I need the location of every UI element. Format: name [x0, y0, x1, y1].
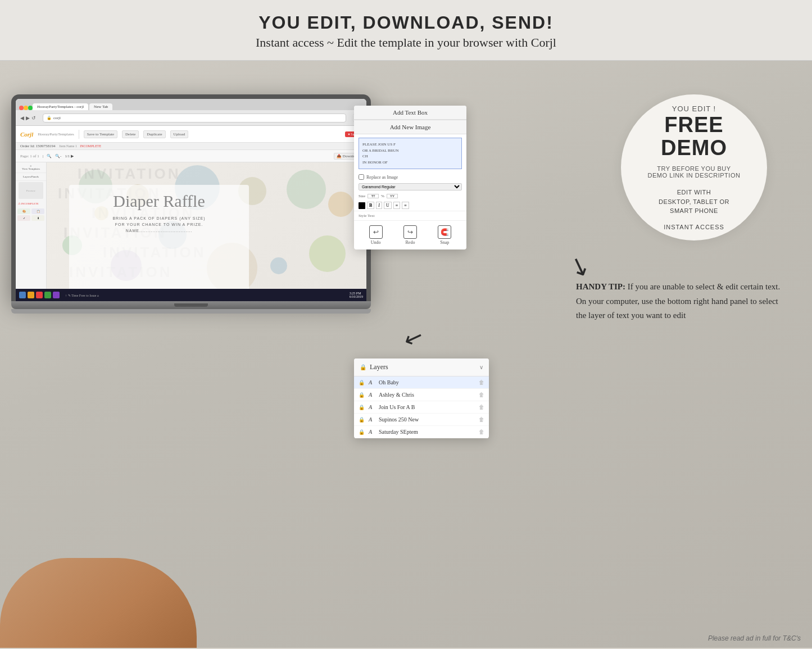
- layer-type-icon: A: [369, 379, 375, 385]
- layer-trash-icon[interactable]: 🗑: [479, 429, 484, 435]
- watermark-1: Invitation: [78, 165, 180, 183]
- maximize-icon: [28, 106, 33, 110]
- layer-type-icon: A: [369, 429, 375, 435]
- redo-btn[interactable]: ↪ Redo: [403, 225, 417, 245]
- layer-type-icon: A: [369, 392, 375, 398]
- text-preview: PLEASE JOIN US F OR A BRIDAL BRUN CH IN …: [359, 138, 462, 169]
- size-pct-input[interactable]: [387, 194, 398, 198]
- sidebar-template-btn[interactable]: ≡ View Templates: [16, 162, 46, 173]
- align-left-btn[interactable]: ≡: [393, 202, 401, 209]
- layer-trash-icon[interactable]: 🗑: [479, 379, 484, 385]
- tool-1[interactable]: 🎨: [17, 208, 30, 214]
- minimize-icon: [24, 106, 28, 110]
- replace-checkbox[interactable]: [359, 174, 364, 180]
- diaper-raffle-card: Diaper Raffle BRING A PACK OF DIAPERS (A…: [69, 185, 249, 297]
- layer-item-4[interactable]: 🔒 A Saturday SEptem 🗑: [354, 426, 489, 438]
- toolbar-btn-2[interactable]: Delete: [122, 130, 139, 138]
- demo-free-label: FREE: [664, 113, 723, 137]
- close-icon: [19, 106, 24, 110]
- layer-type-icon: A: [369, 404, 375, 410]
- tool-3[interactable]: ✓: [17, 215, 30, 221]
- banner-subline: Instant access ~ Edit the template in yo…: [0, 35, 812, 50]
- toolbar-btn-save[interactable]: Upload: [170, 130, 189, 138]
- taskbar-icons: [19, 292, 60, 298]
- url-bar[interactable]: 🔒 corjl: [43, 114, 346, 122]
- bold-btn[interactable]: B: [367, 202, 374, 209]
- layer-lock-icon: 🔒: [359, 380, 365, 385]
- size-input[interactable]: [368, 194, 379, 198]
- taskbar: ↑ ✎ Time Free to Issue a 3:25 PM 6/10/20…: [16, 289, 366, 301]
- layer-trash-icon[interactable]: 🗑: [479, 404, 484, 410]
- layer-item-3[interactable]: 🔒 A Supinos 250 New 🗑: [354, 414, 489, 426]
- diaper-subtitle-1: BRING A PACK OF DIAPERS (ANY SIZE): [78, 215, 240, 221]
- corjl-logo: Corjl: [20, 131, 33, 138]
- layer-lock-icon: 🔒: [359, 392, 365, 398]
- browser-chrome: ◀ ▶ ↺ 🔒 corjl ★: [16, 110, 366, 126]
- layer-lock-icon: 🔒: [359, 429, 365, 435]
- undo-redo-tools: ↩ Undo ↪ Redo 🧲 Snap: [354, 220, 466, 249]
- demo-you-edit: YOU EDIT !: [672, 105, 716, 113]
- undo-btn[interactable]: ↩ Undo: [369, 225, 383, 245]
- add-text-box-btn[interactable]: Add Text Box: [354, 106, 466, 120]
- snap-btn[interactable]: 🧲 Snap: [438, 225, 451, 245]
- corjl-toolbar: Corjl HoorayPartyTemplates Save to Templ…: [16, 126, 366, 143]
- disclaimer-text: Please read ad in full for T&C's: [708, 634, 801, 642]
- underline-btn[interactable]: U: [384, 202, 392, 209]
- demo-try: TRY BEFORE YOU BUY: [657, 165, 731, 172]
- laptop-base: [11, 301, 371, 309]
- sidebar-layers-btn[interactable]: Layers/Panels: [16, 173, 46, 181]
- tool-4[interactable]: ⬇: [31, 215, 44, 221]
- left-sidebar: ≡ View Templates Layers/Panels Preview ⚠…: [16, 162, 47, 301]
- text-format-row: Size %: [354, 192, 466, 200]
- laptop-screen: HoorayPartyTemplates - corjl New Tab ◀ ▶…: [16, 99, 366, 301]
- layer-item-1[interactable]: 🔒 A Ashley & Chris 🗑: [354, 389, 489, 401]
- demo-instant: INSTANT ACCESS: [664, 224, 724, 230]
- layer-name-text: Ashley & Chris: [379, 392, 475, 398]
- font-dropdown[interactable]: Garamond Regular: [359, 183, 462, 190]
- color-bold-row: B I U ≡ ≡: [354, 200, 466, 211]
- replace-image-check[interactable]: Replace as Image: [354, 173, 466, 181]
- laptop-notch: [174, 303, 208, 307]
- laptop-stand: [11, 309, 371, 314]
- layers-panel: 🔒 Layers ∨ 🔒 A Oh Baby 🗑 🔒 A Ashley & Ch…: [354, 358, 489, 438]
- font-selector-row: Garamond Regular: [354, 181, 466, 192]
- italic-btn[interactable]: I: [376, 202, 382, 209]
- secondary-toolbar: Page: 1 of 1 | 🔍 🔍- 1/1 ▶ 📥 Download: [16, 150, 366, 162]
- layer-item-0[interactable]: 🔒 A Oh Baby 🗑: [354, 376, 489, 389]
- tool-2[interactable]: 📋: [31, 208, 44, 214]
- taskbar-icon-4: [44, 292, 51, 298]
- layers-lock-icon: 🔒: [360, 364, 366, 370]
- brand-name: HoorayPartyTemplates: [38, 132, 74, 137]
- item-label: Item Name 1: [60, 144, 77, 148]
- toolbar-btn-3[interactable]: Duplicate: [143, 130, 165, 138]
- layer-lock-icon: 🔒: [359, 417, 365, 423]
- align-center-btn[interactable]: ≡: [402, 202, 409, 209]
- add-new-image-btn[interactable]: Add New Image: [354, 120, 466, 134]
- top-banner: YOU EDIT, DOWNLOAD, SEND! Instant access…: [0, 0, 812, 61]
- layer-lock-icon: 🔒: [359, 405, 365, 410]
- layer-name-text: Supinos 250 New: [379, 416, 475, 423]
- layer-name-text: Join Us For A B: [379, 404, 475, 410]
- diaper-title: Diaper Raffle: [78, 192, 240, 211]
- order-bar: Order Id: 1509758194 Item Name 1 INCOMPL…: [16, 143, 366, 150]
- layers-list: 🔒 A Oh Baby 🗑 🔒 A Ashley & Chris 🗑 🔒 A J…: [354, 376, 489, 438]
- mobile-editor-panel: Add Text Box Add New Image PLEASE JOIN U…: [354, 106, 466, 249]
- side-tools: 🎨 📋 ✓ ⬇: [16, 207, 46, 223]
- side-incomplete: ⚠ INCOMPLETE: [16, 200, 46, 207]
- design-canvas[interactable]: Invitation Invitation Invitation Invitat…: [47, 162, 366, 301]
- layers-chevron-icon[interactable]: ∨: [479, 364, 483, 370]
- style-text-label: Style Text: [354, 211, 466, 220]
- free-demo-circle: YOU EDIT ! FREE DEMO TRY BEFORE YOU BUY …: [621, 94, 767, 240]
- handy-tip-section: HANDY TIP: If you are unable to select &…: [576, 280, 790, 323]
- layers-title: 🔒 Layers: [360, 363, 388, 371]
- toolbar-btn-1[interactable]: Save to Template: [84, 130, 117, 138]
- layer-trash-icon[interactable]: 🗑: [479, 416, 484, 423]
- diaper-subtitle-2: FOR YOUR CHANCE TO WIN A PRIZE.: [78, 221, 240, 228]
- banner-headline: YOU EDIT, DOWNLOAD, SEND!: [0, 12, 812, 33]
- layer-item-2[interactable]: 🔒 A Join Us For A B 🗑: [354, 401, 489, 414]
- color-swatch[interactable]: [359, 202, 365, 209]
- laptop-mockup: HoorayPartyTemplates - corjl New Tab ◀ ▶…: [11, 94, 371, 314]
- layer-name-text: Saturday SEptem: [379, 429, 475, 435]
- layer-trash-icon[interactable]: 🗑: [479, 392, 484, 398]
- order-status: INCOMPLETE: [80, 144, 101, 148]
